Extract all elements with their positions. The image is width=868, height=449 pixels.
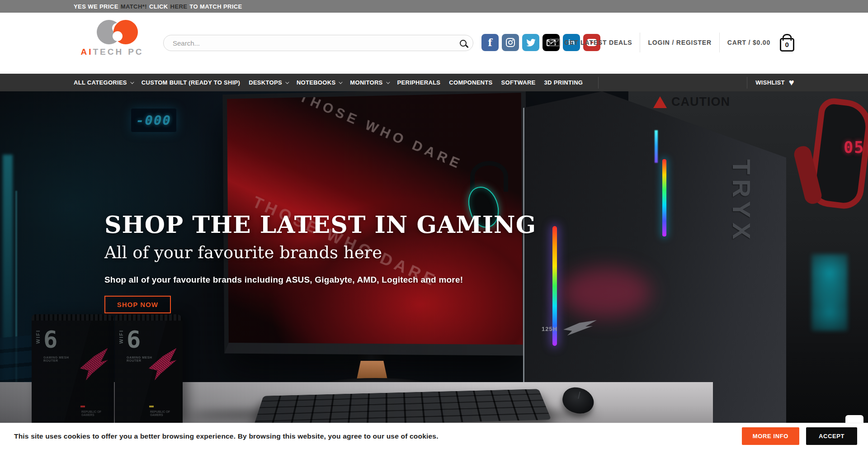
warning-triangle-icon bbox=[653, 96, 667, 108]
router-rog-text: REPUBLIC OF GAMERS bbox=[150, 410, 178, 416]
heart-icon bbox=[789, 77, 794, 88]
shop-now-button[interactable]: SHOP NOW bbox=[104, 296, 171, 313]
ram-rgb-decor bbox=[655, 130, 658, 163]
nav-item-peripherals[interactable]: PERIPHERALS bbox=[397, 79, 441, 86]
cookie-message: This site uses cookies to offer you a be… bbox=[14, 432, 742, 440]
router-wifi-text: WIFI bbox=[35, 330, 41, 344]
tower-model-text: 125H bbox=[542, 326, 557, 332]
nav-item-3d-printing[interactable]: 3D PRINTING bbox=[544, 79, 583, 86]
more-info-button[interactable]: MORE INFO bbox=[742, 427, 799, 445]
search-icon[interactable] bbox=[460, 40, 467, 47]
router-sub-text: GAMING MESH ROUTER bbox=[43, 356, 75, 362]
logo-text: AITECHPC bbox=[80, 47, 144, 57]
rog-pixel-logo-icon bbox=[78, 348, 111, 381]
rog-logo-icon bbox=[563, 320, 597, 336]
topbar-text: YES WE PRICE bbox=[74, 3, 118, 10]
topbar-click-link[interactable]: CLICK bbox=[149, 3, 168, 10]
nav-item-all-categories[interactable]: ALL CATEGORIES bbox=[74, 79, 133, 86]
chevron-down-icon bbox=[130, 80, 134, 84]
rog-pixel-logo-icon bbox=[147, 348, 180, 381]
cookie-banner: This site uses cookies to offer you a be… bbox=[0, 423, 868, 449]
led-display: -000 bbox=[131, 109, 176, 132]
divider bbox=[719, 33, 720, 52]
hero-title: SHOP THE LATEST IN GAMING bbox=[104, 213, 536, 237]
scroll-to-top-button[interactable] bbox=[845, 415, 863, 423]
header-actions: GET LATEST DEALS LOGIN / REGISTER CART /… bbox=[549, 34, 794, 51]
led-display-text: -000 bbox=[136, 113, 171, 128]
page: YES WE PRICE MATCH*! CLICK HERE TO MATCH… bbox=[0, 0, 868, 449]
nav-item-custom-built[interactable]: CUSTOM BUILT (READY TO SHIP) bbox=[142, 79, 240, 86]
router-wifi-text: WIFI bbox=[118, 330, 124, 344]
logo-circles-icon bbox=[80, 20, 144, 45]
nav-item-components[interactable]: COMPONENTS bbox=[449, 79, 492, 86]
main-navigation: ALL CATEGORIES CUSTOM BUILT (READY TO SH… bbox=[0, 74, 868, 91]
caution-sign: CAUTION bbox=[653, 95, 735, 109]
accept-button[interactable]: ACCEPT bbox=[806, 427, 857, 445]
twitter-icon[interactable] bbox=[522, 34, 539, 51]
cart-bag-icon[interactable]: 0 bbox=[780, 38, 794, 52]
instagram-icon[interactable] bbox=[502, 34, 519, 51]
nav-item-notebooks[interactable]: NOTEBOOKS bbox=[297, 79, 341, 86]
router-sub-text: GAMING MESH ROUTER bbox=[127, 356, 158, 362]
hero-banner: -000 CAUTION 05:5 THOSE WHO DARE THOSE W… bbox=[0, 91, 868, 423]
cookie-buttons: MORE INFO ACCEPT bbox=[742, 427, 857, 445]
wifi-router: WIFI 6 GAMING MESH ROUTER REPUBLIC OF GA… bbox=[32, 314, 114, 423]
wishlist-link[interactable]: WISHLIST bbox=[755, 77, 794, 88]
tower-brand-text: TRYX bbox=[727, 159, 756, 244]
price-match-bar: YES WE PRICE MATCH*! CLICK HERE TO MATCH… bbox=[0, 0, 868, 13]
rgb-fan-glow-decor bbox=[811, 254, 848, 331]
router-rog-text: REPUBLIC OF GAMERS bbox=[81, 410, 109, 416]
nav-item-desktops[interactable]: DESKTOPS bbox=[249, 79, 288, 86]
divider bbox=[598, 77, 599, 89]
hero-description: Shop all of your favourite brands includ… bbox=[104, 275, 536, 285]
chevron-down-icon bbox=[339, 80, 343, 84]
router-six-text: 6 bbox=[127, 326, 141, 353]
divider bbox=[747, 77, 747, 89]
site-header: AITECHPC GET LATEST DEALS bbox=[0, 13, 868, 74]
wifi-router: WIFI 6 GAMING MESH ROUTER REPUBLIC OF GA… bbox=[115, 314, 183, 423]
router-led bbox=[80, 406, 85, 407]
router-led bbox=[149, 406, 154, 407]
hero-copy: SHOP THE LATEST IN GAMING All of your fa… bbox=[104, 213, 536, 313]
chevron-down-icon bbox=[386, 80, 390, 84]
cart-link[interactable]: CART / $0.00 bbox=[727, 39, 770, 46]
envelope-icon bbox=[549, 38, 560, 47]
rgb-glow-decor bbox=[561, 268, 651, 317]
topbar-here-link[interactable]: HERE bbox=[170, 3, 188, 10]
nav-items: ALL CATEGORIES CUSTOM BUILT (READY TO SH… bbox=[74, 77, 599, 89]
nav-item-software[interactable]: SOFTWARE bbox=[501, 79, 536, 86]
search-input[interactable] bbox=[172, 39, 460, 47]
nav-item-monitors[interactable]: MONITORS bbox=[350, 79, 388, 86]
get-latest-deals-link[interactable]: GET LATEST DEALS bbox=[549, 38, 632, 47]
router-six-text: 6 bbox=[43, 326, 57, 353]
nav-right: WISHLIST bbox=[747, 77, 794, 89]
search-bar bbox=[163, 35, 473, 51]
rgb-strip-decor bbox=[662, 159, 666, 236]
facebook-icon[interactable] bbox=[481, 34, 499, 51]
site-logo[interactable]: AITECHPC bbox=[80, 20, 144, 57]
hero-subtitle: All of your favourite brands here bbox=[104, 243, 536, 262]
divider bbox=[640, 33, 640, 52]
login-register-link[interactable]: LOGIN / REGISTER bbox=[648, 39, 711, 46]
cart-count-badge: 0 bbox=[781, 39, 793, 50]
logo-orange-circle-icon bbox=[113, 20, 138, 44]
caution-text: CAUTION bbox=[671, 95, 730, 109]
topbar-text-highlight: MATCH*! bbox=[121, 3, 147, 10]
screen-slogan-text: THOSE WHO DARE bbox=[297, 93, 465, 172]
topbar-text: TO MATCH PRICE bbox=[189, 3, 242, 10]
led-clock-text: 05:5 bbox=[844, 138, 868, 156]
chevron-down-icon bbox=[285, 80, 289, 84]
